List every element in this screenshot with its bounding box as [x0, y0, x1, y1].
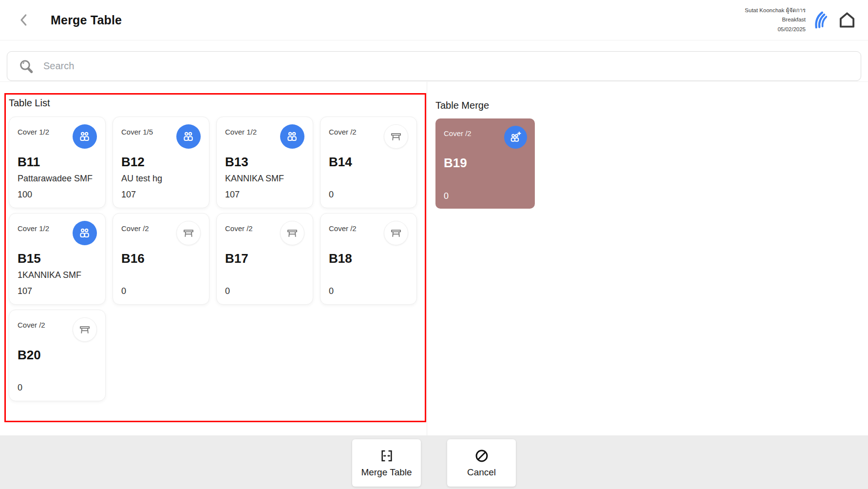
table-card-b14[interactable]: Cover /2 B14 0 — [320, 117, 417, 208]
main-content: Table List Cover 1/2 — [0, 81, 868, 435]
occupied-people-icon — [73, 221, 97, 245]
search-bar — [7, 51, 861, 81]
search-input[interactable] — [43, 52, 861, 80]
table-card-b15[interactable]: Cover 1/2 B15 1KANNIKA SMF 107 — [9, 213, 106, 305]
footer-action-bar: Merge Table Cancel — [0, 435, 868, 489]
back-icon[interactable] — [17, 13, 31, 27]
table-subtitle — [121, 270, 201, 280]
merge-table-button[interactable]: Merge Table — [352, 439, 421, 487]
table-card-b11[interactable]: Cover 1/2 B11 Pattarawadee SMF — [9, 117, 106, 208]
table-card-b16[interactable]: Cover /2 B16 0 — [113, 213, 209, 305]
card-top: Cover /2 — [121, 221, 201, 245]
table-subtitle — [18, 367, 97, 377]
table-list-label: Table List — [9, 97, 425, 109]
card-top: Cover 1/2 — [225, 124, 304, 149]
table-amount: 0 — [329, 190, 408, 200]
session-info: Sutat Koonchak ผู้จัดการ Breakfast 05/02… — [745, 6, 806, 35]
card-top: Cover /2 — [225, 221, 304, 245]
table-amount: 0 — [444, 191, 527, 201]
table-amount: 0 — [329, 286, 408, 296]
cover-label: Cover 1/2 — [225, 128, 257, 136]
cover-label: Cover /2 — [329, 224, 357, 233]
people-add-icon — [504, 126, 527, 149]
table-subtitle: Pattarawadee SMF — [18, 174, 97, 184]
table-subtitle — [329, 174, 408, 184]
table-subtitle — [225, 270, 304, 280]
table-name: B15 — [18, 251, 97, 266]
card-top: Cover /2 — [18, 317, 97, 342]
vacant-table-icon — [280, 221, 304, 245]
table-name: B14 — [329, 155, 408, 169]
cancel-button-label: Cancel — [467, 467, 496, 478]
merge-table-icon — [379, 448, 395, 464]
table-card-b13[interactable]: Cover 1/2 B13 KANNIKA SMF 107 — [216, 117, 313, 208]
card-top: Cover /2 — [329, 124, 408, 149]
cover-label: Cover /2 — [444, 129, 472, 137]
occupied-people-icon — [176, 124, 201, 149]
home-icon[interactable] — [837, 10, 857, 30]
merge-table-button-label: Merge Table — [361, 467, 412, 478]
table-card-b18[interactable]: Cover /2 B18 0 — [320, 213, 417, 305]
cover-label: Cover /2 — [329, 128, 357, 136]
card-top: Cover 1/2 — [18, 221, 97, 245]
vacant-table-icon — [176, 221, 201, 245]
table-name: B17 — [225, 251, 304, 266]
user-name: Sutat Koonchak ผู้จัดการ — [745, 6, 806, 16]
table-subtitle: KANNIKA SMF — [225, 174, 304, 184]
table-subtitle: 1KANNIKA SMF — [18, 270, 97, 280]
vacant-table-icon — [384, 124, 408, 149]
table-name: B12 — [121, 155, 201, 169]
table-subtitle: AU test hg — [121, 174, 201, 184]
table-merge-panel: Table Merge Cover /2 B19 0 — [427, 82, 868, 435]
cancel-icon — [474, 448, 490, 464]
cover-label: Cover 1/2 — [18, 224, 49, 233]
table-amount: 107 — [121, 190, 201, 200]
card-top: Cover /2 — [329, 221, 408, 245]
table-card-b20[interactable]: Cover /2 B20 0 — [9, 310, 106, 401]
table-list-grid: Cover 1/2 B11 Pattarawadee SMF — [9, 117, 425, 401]
occupied-people-icon — [280, 124, 304, 149]
vacant-table-icon — [384, 221, 408, 245]
cover-label: Cover /2 — [225, 224, 253, 233]
cover-label: Cover 1/2 — [18, 128, 49, 136]
table-amount: 107 — [225, 190, 304, 200]
card-top: Cover 1/2 — [18, 124, 97, 149]
app-header: Merge Table Sutat Koonchak ผู้จัดการ Bre… — [0, 0, 868, 40]
table-name: B16 — [121, 251, 201, 266]
table-subtitle — [329, 270, 408, 280]
search-icon — [18, 58, 35, 75]
cover-label: Cover /2 — [18, 321, 45, 329]
table-name: B11 — [18, 155, 97, 169]
table-name: B20 — [18, 348, 97, 362]
meal-period: Breakfast — [745, 15, 806, 25]
page-title: Merge Table — [51, 13, 122, 27]
table-amount: 107 — [18, 286, 97, 296]
table-amount: 0 — [121, 286, 201, 296]
header-right: Sutat Koonchak ผู้จัดการ Breakfast 05/02… — [745, 6, 857, 35]
table-name: B13 — [225, 155, 304, 169]
occupied-people-icon — [73, 124, 97, 149]
table-card-b17[interactable]: Cover /2 B17 0 — [216, 213, 313, 305]
business-date: 05/02/2025 — [745, 25, 806, 35]
table-list-panel: Table List Cover 1/2 — [0, 82, 427, 435]
table-amount: 0 — [225, 286, 304, 296]
cover-label: Cover 1/5 — [121, 128, 153, 136]
table-amount: 100 — [18, 190, 97, 200]
table-amount: 0 — [18, 383, 97, 393]
card-top: Cover 1/5 — [121, 124, 201, 149]
cover-label: Cover /2 — [121, 224, 149, 233]
table-merge-grid: Cover /2 B19 0 — [435, 118, 868, 209]
table-merge-label: Table Merge — [435, 99, 868, 112]
cancel-button[interactable]: Cancel — [447, 439, 516, 487]
table-name: B18 — [329, 251, 408, 266]
merge-table-card-b19[interactable]: Cover /2 B19 0 — [435, 118, 535, 209]
table-name: B19 — [444, 156, 527, 170]
card-top: Cover /2 — [444, 126, 527, 149]
table-card-b12[interactable]: Cover 1/5 B12 AU test hg 107 — [113, 117, 209, 208]
brand-logo-icon — [812, 9, 829, 31]
vacant-table-icon — [73, 317, 97, 342]
table-list-highlight-box: Table List Cover 1/2 — [4, 93, 426, 422]
